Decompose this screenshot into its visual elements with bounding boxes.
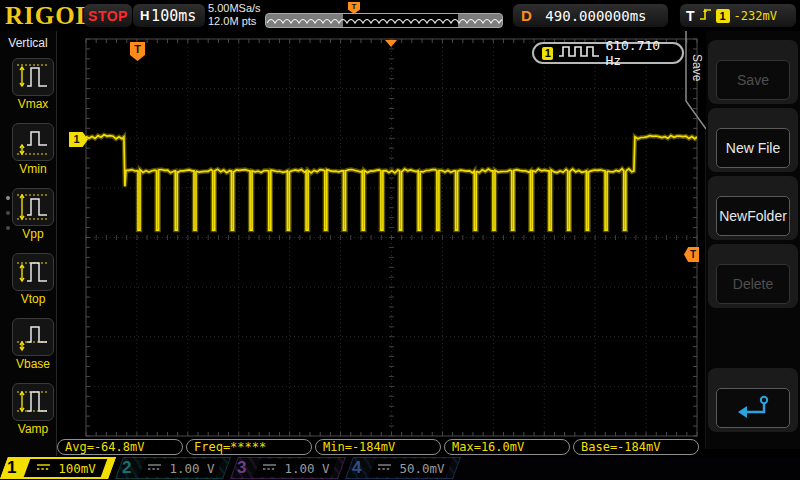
delay-box[interactable]: D 490.000000ms <box>513 4 668 27</box>
vpp-icon <box>12 188 54 226</box>
dc-coupling-icon <box>147 461 162 475</box>
freq-value: 610.710 Hz <box>605 38 674 68</box>
menu-page-dot <box>6 211 10 215</box>
rising-edge-icon <box>699 6 712 26</box>
square-wave-icon <box>558 44 600 62</box>
run-stop-status[interactable]: STOP <box>84 4 132 27</box>
delay-label: D <box>521 7 532 24</box>
measurement-freq: Freq=***** <box>186 439 312 455</box>
left-menu-title: Vertical <box>0 31 56 50</box>
softkey-delete[interactable]: Delete <box>716 264 790 304</box>
channel-3-status[interactable]: 3 1.00 V <box>230 457 342 479</box>
left-menu-item-vmax[interactable]: Vmax <box>12 58 54 111</box>
vmin-icon <box>12 123 54 161</box>
measurement-bar: Avg=-64.8mVFreq=*****Min=-184mVMax=16.0m… <box>57 439 699 455</box>
softkey-new-file[interactable]: New File <box>716 128 790 168</box>
left-menu-item-vbase[interactable]: Vbase <box>12 318 54 371</box>
frequency-counter: 1 610.710 Hz <box>532 42 684 64</box>
softkey-save[interactable]: Save <box>716 60 790 100</box>
memory-depth: 12.0M pts <box>208 15 261 28</box>
trigger-delay-triangle-icon[interactable] <box>385 40 397 47</box>
channel-status-bar: 1 100mV 2 1.00 V 3 1.00 V 4 50.0mV <box>0 457 800 480</box>
softkey-slot: Delete <box>708 244 798 308</box>
left-menu-item-vpp[interactable]: Vpp <box>12 188 54 241</box>
oscilloscope-screen: RIGOL STOP H 100ms 5.00MSa/s 12.0M pts T… <box>0 0 800 480</box>
left-menu-item-vamp[interactable]: Vamp <box>12 383 54 436</box>
measurement-base: Base=-184mV <box>573 439 699 455</box>
menu-tab-save: Save <box>684 36 704 100</box>
menu-page-dot <box>6 226 10 230</box>
delay-value: 490.000000ms <box>532 8 660 24</box>
top-status-bar: RIGOL STOP H 100ms 5.00MSa/s 12.0M pts T… <box>0 0 800 31</box>
trigger-level-value: -232mV <box>734 9 777 23</box>
left-menu-item-vmin[interactable]: Vmin <box>12 123 54 176</box>
softkey-slot: New File <box>708 108 798 172</box>
vamp-icon <box>12 383 54 421</box>
sample-rate: 5.00MSa/s <box>208 2 261 15</box>
horizontal-label: H <box>140 8 149 23</box>
softkey-slot: NewFolder <box>708 176 798 240</box>
memory-waveform-icon <box>266 14 502 27</box>
channel-4-status[interactable]: 4 50.0mV <box>345 457 457 479</box>
channel-1-status[interactable]: 1 100mV <box>0 457 112 479</box>
graticule <box>58 31 705 437</box>
run-state-label: STOP <box>88 8 128 24</box>
measurement-max: Max=16.0mV <box>444 439 570 455</box>
channel-2-status[interactable]: 2 1.00 V <box>115 457 227 479</box>
trigger-source-badge: 1 <box>716 9 730 23</box>
waveform-memory-bar[interactable] <box>265 13 503 28</box>
vbase-icon <box>12 318 54 356</box>
softkey-slot: Save <box>708 40 798 104</box>
softkey-slot <box>708 368 798 432</box>
dc-coupling-icon <box>36 461 51 475</box>
softkey-menu: SaveNew FileNewFolderDelete <box>706 31 800 449</box>
timebase-value: 100ms <box>149 7 198 25</box>
vtop-icon <box>12 253 54 291</box>
measurement-avg: Avg=-64.8mV <box>57 439 183 455</box>
vertical-measure-menu: Vertical Vmax Vmin Vpp Vtop Vbase Vamp <box>0 31 57 456</box>
dc-coupling-icon <box>377 461 392 475</box>
left-menu-item-vtop[interactable]: Vtop <box>12 253 54 306</box>
acquisition-info: 5.00MSa/s 12.0M pts <box>208 2 261 28</box>
freq-channel-badge: 1 <box>542 47 553 60</box>
menu-page-dot <box>6 196 10 200</box>
trigger-box[interactable]: T 1 -232mV <box>680 4 796 27</box>
rigol-logo: RIGOL <box>5 2 93 30</box>
softkey-return[interactable] <box>716 388 790 428</box>
dc-coupling-icon <box>262 461 277 475</box>
horizontal-timebase-box[interactable]: H 100ms <box>133 4 205 27</box>
vmax-icon <box>12 58 54 96</box>
softkey-newfolder[interactable]: NewFolder <box>716 196 790 236</box>
return-arrow-icon <box>733 394 773 423</box>
measurement-min: Min=-184mV <box>315 439 441 455</box>
trigger-label: T <box>686 8 695 24</box>
